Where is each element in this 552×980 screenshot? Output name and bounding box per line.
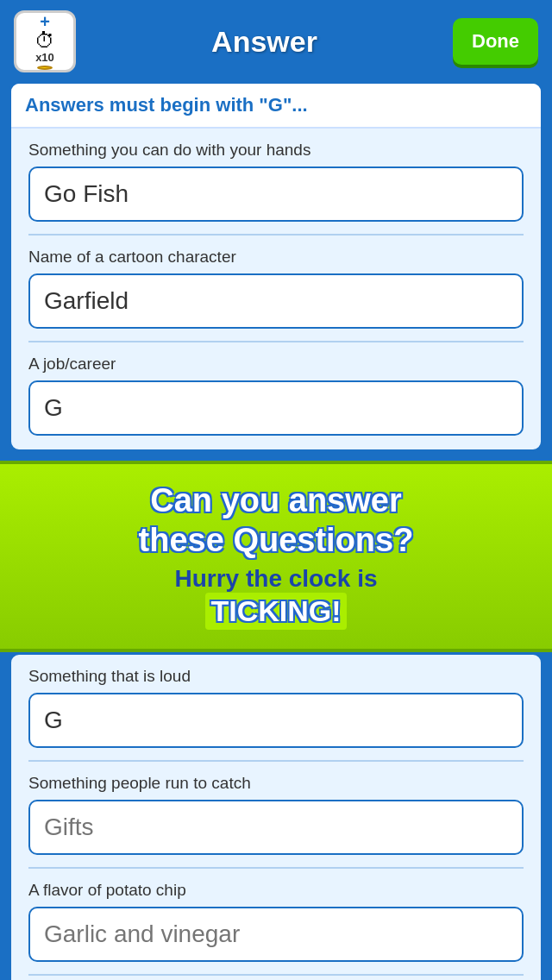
popup-overlay: Can you answer these Questions? Hurry th… [0,461,552,652]
app-header: + ⏱ x10 Answer Done [0,0,552,81]
bottom-question-label-2: Something people run to catch [28,774,524,793]
bottom-question-block-3: A flavor of potato chip [11,869,541,962]
question-label-3: A job/career [28,355,524,374]
done-button[interactable]: Done [453,18,538,65]
bottom-card: Something that is loud Something people … [9,652,543,980]
answer-input-2[interactable] [28,273,524,329]
bottom-question-block-4: Something that is loud [11,976,541,980]
bottom-question-label-3: A flavor of potato chip [28,881,524,900]
question-block-3: A job/career [11,342,541,436]
rule-text: Answers must begin with "G"... [25,94,308,116]
question-label-1: Something you can do with your hands [28,141,524,160]
bottom-question-block-2: Something people run to catch [11,762,541,855]
bottom-question-block-1: Something that is loud [11,655,541,748]
bottom-answer-input-1[interactable] [28,693,524,748]
popup-ticking-line: Hurry the clock is TICKING! [21,565,531,630]
popup-line1: Can you answer [21,481,531,521]
question-block-1: Something you can do with your hands [11,129,541,222]
page-title: Answer [76,25,453,59]
popup-ticking-word: TICKING! [205,593,346,630]
bonus-badge: + ⏱ x10 [14,10,76,72]
rule-banner: Answers must begin with "G"... [11,84,541,129]
answer-input-3[interactable] [28,380,524,436]
x10-label: x10 [35,51,54,64]
bottom-answer-input-2[interactable] [28,800,524,855]
plus-label: + [40,13,50,30]
answer-input-1[interactable] [28,166,524,222]
popup-banner: Can you answer these Questions? Hurry th… [0,461,552,652]
popup-pre-ticking: Hurry the clock is [21,565,531,593]
clock-icon: ⏱ [34,30,55,51]
coin-icon [37,66,53,70]
main-card: Answers must begin with "G"... Something… [9,81,543,452]
popup-line2: these Questions? [21,521,531,561]
question-block-2: Name of a cartoon character [11,236,541,329]
question-label-2: Name of a cartoon character [28,248,524,267]
bottom-answer-input-3[interactable] [28,907,524,962]
bottom-question-label-1: Something that is loud [28,667,524,686]
